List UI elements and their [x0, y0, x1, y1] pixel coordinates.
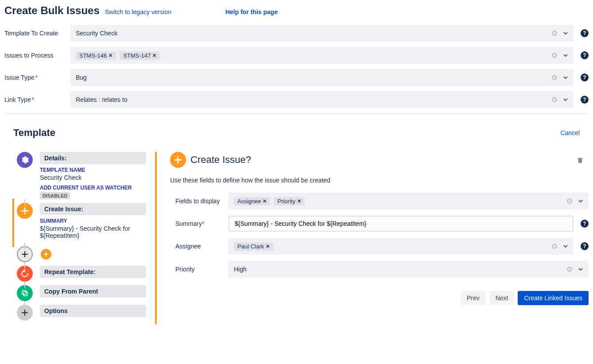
chevron-down-icon[interactable]	[578, 267, 583, 272]
summary-label: SUMMARY	[40, 218, 146, 224]
remove-tag-icon[interactable]: ✕	[152, 53, 156, 58]
row-priority: Priority High	[170, 261, 589, 278]
clear-icon[interactable]	[566, 266, 573, 272]
select-assignee[interactable]: Paul Clark✕	[229, 238, 574, 255]
repeat-header: Repeat Template:	[40, 266, 146, 278]
action-bar: Prev Next Create Linked Issues	[170, 291, 589, 305]
label-template: Template To Create	[4, 30, 63, 37]
clear-icon[interactable]	[551, 74, 558, 81]
row-summary: Summary* ?	[170, 216, 589, 232]
help-icon[interactable]: ?	[581, 242, 589, 250]
summary-input[interactable]	[229, 216, 574, 232]
issue-tag: STMS-146✕	[76, 51, 116, 60]
issue-tag: STMS-147✕	[120, 51, 160, 60]
select-template[interactable]: Security Check	[70, 25, 574, 42]
select-priority[interactable]: High	[229, 261, 589, 278]
clear-icon[interactable]	[551, 243, 558, 249]
summary-value: ${Summary} - Security Check for ${Repeat…	[40, 225, 146, 239]
help-icon[interactable]: ?	[581, 29, 589, 37]
label-issues: Issues to Process	[4, 52, 63, 59]
row-assignee: Assignee Paul Clark✕ ?	[170, 238, 589, 255]
chevron-down-icon[interactable]	[578, 198, 583, 204]
field-tag: Priority✕	[274, 197, 304, 205]
select-fields[interactable]: Assignee✕ Priority✕	[229, 193, 589, 209]
tree-item-options[interactable]: Options	[17, 305, 146, 321]
template-heading: Template	[13, 127, 55, 139]
tree-connector	[24, 301, 25, 307]
tree-content-create: Create Issue: SUMMARY ${Summary} - Secur…	[40, 203, 146, 243]
selection-indicator	[12, 198, 14, 247]
label-issue-type: Issue Type*	[4, 74, 63, 81]
template-header: Template Cancel	[4, 127, 589, 139]
details-header: Details:	[40, 152, 146, 164]
tree-connector	[24, 282, 25, 288]
row-template: Template To Create Security Check ?	[4, 25, 589, 42]
gear-icon	[17, 152, 33, 168]
clear-icon[interactable]	[566, 198, 573, 204]
tree-connector	[24, 199, 25, 205]
clear-icon[interactable]	[551, 52, 558, 58]
remove-tag-icon[interactable]: ✕	[109, 53, 112, 58]
watcher-badge: DISABLED	[40, 192, 70, 199]
row-fields: Fields to display Assignee✕ Priority✕	[170, 193, 589, 209]
tree-connector	[24, 262, 25, 268]
help-icon[interactable]: ?	[581, 96, 589, 104]
delete-button[interactable]	[576, 156, 584, 164]
chevron-down-icon[interactable]	[563, 31, 568, 36]
chevron-down-icon[interactable]	[563, 244, 568, 249]
options-header: Options	[40, 305, 146, 317]
help-link[interactable]: Help for this page	[225, 8, 278, 15]
select-issues[interactable]: STMS-146✕ STMS-147✕	[70, 47, 574, 64]
select-template-value: Security Check	[76, 30, 548, 37]
template-tree: Details: TEMPLATE NAME Security Check AD…	[13, 152, 146, 324]
row-issues: Issues to Process STMS-146✕ STMS-147✕ ?	[4, 47, 589, 64]
next-button[interactable]: Next	[489, 291, 515, 305]
create-issue-header: Create Issue:	[40, 203, 146, 215]
tree-item-repeat[interactable]: Repeat Template:	[17, 266, 146, 282]
page-title: Create Bulk Issues	[4, 4, 100, 17]
chevron-down-icon[interactable]	[563, 75, 568, 80]
svg-rect-5	[22, 290, 26, 294]
plus-icon	[170, 152, 186, 168]
legacy-link[interactable]: Switch to legacy version	[105, 8, 171, 15]
clear-icon[interactable]	[551, 97, 558, 103]
template-body: Details: TEMPLATE NAME Security Check AD…	[4, 152, 589, 324]
tree-item-create-issue[interactable]: Create Issue: SUMMARY ${Summary} - Secur…	[17, 203, 146, 243]
clear-icon[interactable]	[551, 30, 558, 36]
remove-tag-icon[interactable]: ✕	[263, 198, 267, 204]
add-child-button[interactable]	[41, 249, 51, 259]
detail-head: Create Issue?	[170, 152, 589, 168]
priority-value: High	[234, 266, 563, 273]
help-icon[interactable]: ?	[581, 51, 589, 59]
field-tag: Assignee✕	[234, 197, 270, 205]
help-icon[interactable]: ?	[581, 74, 589, 81]
detail-description: Use these fields to define how the issue…	[170, 177, 589, 184]
tree-item-details[interactable]: Details: TEMPLATE NAME Security Check AD…	[17, 152, 146, 199]
help-icon[interactable]: ?	[581, 220, 589, 228]
tree-content-details: Details: TEMPLATE NAME Security Check AD…	[40, 152, 146, 199]
tree-item-copy[interactable]: Copy From Parent	[17, 285, 146, 301]
select-issue-type[interactable]: Bug	[70, 69, 574, 86]
page-header: Create Bulk Issues Switch to legacy vers…	[4, 4, 589, 17]
copy-header: Copy From Parent	[40, 285, 146, 298]
cancel-link[interactable]: Cancel	[560, 129, 580, 136]
divider	[4, 113, 589, 114]
select-link-type-value: Relates : relates to	[76, 96, 548, 103]
chevron-down-icon[interactable]	[563, 53, 568, 58]
remove-tag-icon[interactable]: ✕	[266, 244, 270, 249]
tree-connector	[24, 243, 25, 249]
create-button[interactable]: Create Linked Issues	[518, 291, 589, 305]
svg-rect-4	[23, 292, 27, 296]
select-issue-type-value: Bug	[76, 74, 548, 81]
watcher-label: ADD CURRENT USER AS WATCHER	[40, 185, 146, 191]
row-link-type: Link Type* Relates : relates to ?	[4, 91, 589, 108]
select-link-type[interactable]: Relates : relates to	[70, 91, 574, 108]
tree-add-row	[17, 246, 146, 262]
remove-tag-icon[interactable]: ✕	[297, 198, 301, 204]
assignee-tag: Paul Clark✕	[234, 242, 273, 251]
template-name-value: Security Check	[40, 174, 146, 181]
prev-button[interactable]: Prev	[461, 291, 486, 305]
label-fields: Fields to display	[175, 197, 221, 205]
chevron-down-icon[interactable]	[563, 97, 568, 102]
detail-title: Create Issue?	[190, 154, 251, 166]
